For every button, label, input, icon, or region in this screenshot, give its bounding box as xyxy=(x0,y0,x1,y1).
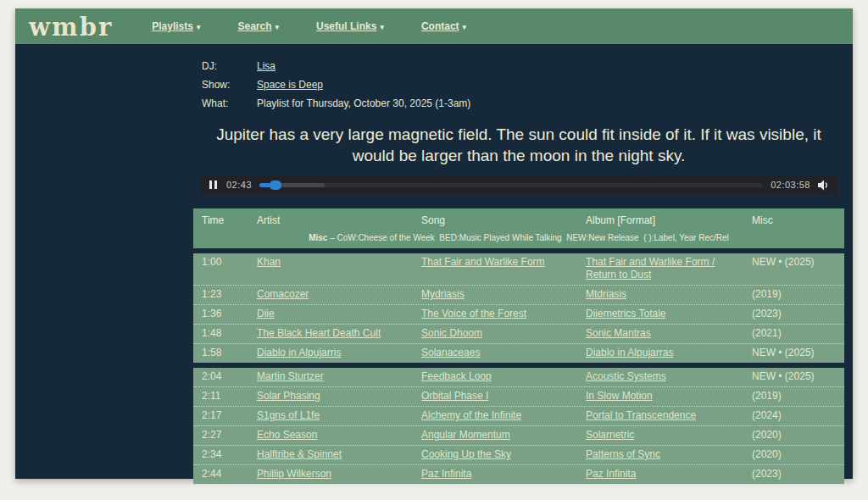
song-link[interactable]: Angular Momentum xyxy=(421,429,510,441)
wmbr-logo[interactable]: wmbr xyxy=(29,11,113,42)
table-row: 2:34Halftribe & SpinnetCooking Up the Sk… xyxy=(193,445,844,464)
slider-thumb[interactable] xyxy=(270,181,281,190)
page-panel: wmbr Playlists▾ Search▾ Useful Links▾ Co… xyxy=(15,8,853,479)
artist-link[interactable]: Khan xyxy=(257,256,281,268)
artist-cell: Diablo in Alpujarris xyxy=(248,347,413,359)
chevron-down-icon: ▾ xyxy=(380,23,384,31)
album-link[interactable]: Paz Infinita xyxy=(586,468,636,480)
time-cell: 1:48 xyxy=(193,327,248,340)
song-link[interactable]: Orbital Phase I xyxy=(421,390,488,402)
col-misc: Misc xyxy=(743,214,844,226)
nav-playlists[interactable]: Playlists▾ xyxy=(152,20,200,32)
song-link[interactable]: Sonic Dhoom xyxy=(421,327,482,339)
song-link[interactable]: Paz Infinita xyxy=(421,468,471,480)
column-headers: Time Artist Song Album [Format] Misc xyxy=(193,214,844,226)
song-link[interactable]: The Voice of the Forest xyxy=(421,308,526,319)
time-text: 1:48 xyxy=(202,327,221,339)
song-link[interactable]: Alchemy of the Infinite xyxy=(421,409,521,421)
time-cell: 2:44 xyxy=(193,468,248,481)
song-cell: Solanaceaes xyxy=(413,347,577,359)
time-text: 1:23 xyxy=(202,288,221,300)
album-cell: Mtdriasis xyxy=(577,288,743,301)
album-link[interactable]: Acoustic Systems xyxy=(586,370,666,382)
artist-link[interactable]: Diie xyxy=(257,308,275,319)
artist-link[interactable]: Martin Sturtzer xyxy=(257,370,324,382)
artist-link[interactable]: Phillip Wilkerson xyxy=(257,468,331,480)
album-link[interactable]: Patterns of Sync xyxy=(586,448,660,460)
album-link[interactable]: Diiemetrics Totale xyxy=(586,308,665,319)
table-row: 2:11Solar PhasingOrbital Phase IIn Slow … xyxy=(193,386,844,406)
misc-cell: (2020) xyxy=(743,429,844,442)
artist-link[interactable]: Echo Season xyxy=(257,429,317,441)
misc-legend-prefix: Misc xyxy=(309,233,327,242)
artist-cell: Diie xyxy=(248,308,413,320)
misc-cell: (2023) xyxy=(743,468,844,481)
song-link[interactable]: Solanaceaes xyxy=(421,347,480,358)
album-cell: Sonic Mantras xyxy=(577,327,743,340)
artist-cell: Halftribe & Spinnet xyxy=(248,448,413,461)
misc-cell: (2023) xyxy=(743,308,844,320)
album-cell: Patterns of Sync xyxy=(577,448,743,461)
artist-cell: Martin Sturtzer xyxy=(248,370,413,383)
chevron-down-icon: ▾ xyxy=(275,23,279,31)
table-row: 1:23ComacozerMydriasisMtdriasis(2019) xyxy=(193,285,844,304)
played-bar xyxy=(259,183,270,187)
table-row: 2:44Phillip WilkersonPaz InfinitaPaz Inf… xyxy=(193,464,844,484)
misc-cell: (2019) xyxy=(743,288,844,301)
song-cell: Feedback Loop xyxy=(413,370,577,383)
misc-text: (2020) xyxy=(752,448,782,460)
artist-link[interactable]: Solar Phasing xyxy=(257,390,320,402)
table-row: 1:58Diablo in AlpujarrisSolanaceaesDiabl… xyxy=(193,343,844,363)
artist-link[interactable]: S1gns of L1fe xyxy=(257,409,320,421)
artist-link[interactable]: The Black Heart Death Cult xyxy=(257,327,381,339)
misc-cell: (2021) xyxy=(743,327,844,340)
show-quote: Jupiter has a very large magnetic field.… xyxy=(193,124,844,166)
audio-player: 02:43 02:03:58 xyxy=(200,175,837,194)
song-link[interactable]: That Fair and Warlike Form xyxy=(421,256,545,268)
misc-legend: Misc – CoW:Cheese of the Week BED:Music … xyxy=(193,233,844,242)
what-label: What: xyxy=(202,94,257,113)
misc-text: (2024) xyxy=(752,409,782,421)
volume-button[interactable] xyxy=(818,180,830,191)
artist-cell: Khan xyxy=(248,256,413,281)
dj-link[interactable]: Lisa xyxy=(257,57,275,75)
song-cell: Paz Infinita xyxy=(413,468,577,481)
nav-useful-links[interactable]: Useful Links▾ xyxy=(316,20,384,32)
album-link[interactable]: That Fair and Warlike Form / Return to D… xyxy=(586,256,715,281)
seek-slider[interactable] xyxy=(259,183,763,187)
misc-text: (2019) xyxy=(752,390,782,402)
album-link[interactable]: In Slow Motion xyxy=(586,390,653,402)
misc-text: NEW • (2025) xyxy=(752,256,815,268)
song-cell: The Voice of the Forest xyxy=(413,308,577,320)
artist-cell: Solar Phasing xyxy=(248,390,413,403)
show-label: Show: xyxy=(202,75,257,94)
song-link[interactable]: Mydriasis xyxy=(421,288,465,300)
main-content: DJ: Lisa Show: Space is Deep What: Playl… xyxy=(193,57,844,484)
what-text: Playlist for Thursday, October 30, 2025 … xyxy=(257,94,470,113)
table-row: 1:48The Black Heart Death CultSonic Dhoo… xyxy=(193,324,844,343)
artist-link[interactable]: Halftribe & Spinnet xyxy=(257,448,342,460)
song-cell: Orbital Phase I xyxy=(413,390,577,403)
album-link[interactable]: Sonic Mantras xyxy=(586,327,651,339)
song-link[interactable]: Feedback Loop xyxy=(421,370,492,382)
show-link[interactable]: Space is Deep xyxy=(257,75,323,94)
song-link[interactable]: Cooking Up the Sky xyxy=(421,448,511,460)
album-cell: In Slow Motion xyxy=(577,390,743,403)
artist-cell: Echo Season xyxy=(248,429,413,442)
song-cell: Cooking Up the Sky xyxy=(413,448,577,461)
album-link[interactable]: Portal to Transcendence xyxy=(586,409,696,421)
nav-contact[interactable]: Contact▾ xyxy=(421,20,466,32)
col-time: Time xyxy=(193,214,248,226)
pause-button[interactable] xyxy=(208,179,219,191)
album-link[interactable]: Mtdriasis xyxy=(586,288,626,300)
artist-link[interactable]: Comacozer xyxy=(257,288,309,300)
album-link[interactable]: Diablo in Alpujarras xyxy=(586,347,673,358)
album-link[interactable]: Solarnetric xyxy=(586,429,634,441)
speaker-icon xyxy=(818,180,830,191)
nav-search[interactable]: Search▾ xyxy=(237,20,279,32)
misc-cell: NEW • (2025) xyxy=(743,370,844,383)
top-nav-bar: wmbr Playlists▾ Search▾ Useful Links▾ Co… xyxy=(15,8,853,44)
misc-text: (2023) xyxy=(752,468,782,480)
artist-link[interactable]: Diablo in Alpujarris xyxy=(257,347,341,358)
time-text: 2:17 xyxy=(202,409,221,421)
